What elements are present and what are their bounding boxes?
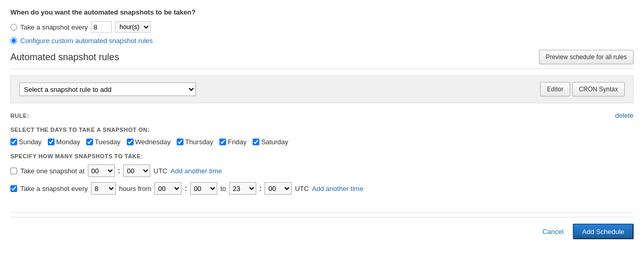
editor-button[interactable]: Editor — [540, 82, 570, 97]
day-monday: Monday — [48, 138, 80, 146]
time-row1-checkbox[interactable] — [10, 168, 17, 174]
time-row2-hours-from: hours from — [119, 185, 151, 193]
day-thursday: Thursday — [177, 138, 213, 146]
main-container: When do you want the automated snapshots… — [0, 0, 644, 252]
day-saturday: Saturday — [253, 138, 288, 146]
day-wednesday: Wednesday — [127, 138, 170, 146]
radio-row-1: Take a snapshot every 8 hour(s) — [10, 21, 634, 33]
time-row1-label: Take one snapshot at — [20, 167, 85, 175]
rule-label: RULE: — [10, 113, 29, 119]
section-title: Automated snapshot rules — [10, 52, 119, 63]
time-row2-checkbox[interactable] — [10, 185, 17, 192]
days-row: Sunday Monday Tuesday Wednesday Thursday… — [10, 138, 634, 146]
checkbox-wednesday[interactable] — [127, 139, 134, 145]
preview-schedule-button[interactable]: Preview schedule for all rules — [539, 50, 634, 64]
checkbox-sunday[interactable] — [10, 139, 17, 145]
checkbox-monday[interactable] — [48, 139, 55, 145]
day-friday: Friday — [219, 138, 246, 146]
footer-row: Cancel Add Schedule — [10, 217, 634, 243]
time-row2-interval[interactable]: 8 — [91, 182, 116, 195]
radio-row-2: Configure custom automated snapshot rule… — [10, 37, 634, 45]
custom-rules-link[interactable]: Configure custom automated snapshot rule… — [20, 37, 153, 45]
time-row1-utc: UTC — [153, 167, 167, 175]
snapshot-interval-input[interactable]: 8 — [91, 21, 112, 33]
cron-syntax-button[interactable]: CRON Syntax — [572, 82, 625, 97]
time-row2-to-hour[interactable]: 23 — [229, 182, 256, 195]
time-sep-3: : — [259, 184, 262, 193]
checkbox-tuesday[interactable] — [86, 139, 93, 145]
radio-custom[interactable] — [10, 37, 17, 44]
toolbar-left: Select a snapshot rule to add — [19, 83, 196, 96]
time-sep-1: : — [118, 167, 121, 175]
delete-link[interactable]: delete — [615, 112, 634, 119]
time-row1-minute[interactable]: 00 — [123, 164, 150, 177]
footer-divider — [10, 212, 634, 213]
time-row2-to-minute[interactable]: 00 — [265, 182, 292, 195]
rule-area: RULE: delete SELECT THE DAYS TO TAKE A S… — [10, 103, 634, 208]
add-time-link-2[interactable]: Add another time — [312, 185, 363, 193]
radio-hourly[interactable] — [10, 24, 17, 31]
snapshots-section-label: SPECIFY HOW MANY SNAPSHOTS TO TAKE: — [10, 153, 634, 159]
radio-hourly-label: Take a snapshot every — [20, 23, 88, 31]
add-schedule-button[interactable]: Add Schedule — [573, 224, 634, 239]
day-sunday: Sunday — [10, 138, 42, 146]
rule-line: RULE: delete — [10, 112, 634, 119]
time-row2-utc: UTC — [295, 185, 309, 193]
add-time-link-1[interactable]: Add another time — [170, 167, 222, 175]
time-row2-to-label: to — [220, 185, 226, 193]
time-row2-from-hour[interactable]: 00 — [154, 182, 181, 195]
checkbox-saturday[interactable] — [253, 139, 259, 145]
toolbar-btn-group: Editor CRON Syntax — [540, 82, 625, 97]
time-row2-from-minute[interactable]: 00 — [190, 182, 217, 195]
question-label: When do you want the automated snapshots… — [10, 8, 634, 16]
cancel-button[interactable]: Cancel — [537, 228, 569, 236]
snapshot-rule-select[interactable]: Select a snapshot rule to add — [19, 83, 196, 96]
time-row1-hour[interactable]: 00 — [88, 164, 115, 177]
snapshot-unit-dropdown[interactable]: hour(s) — [115, 21, 151, 33]
time-row-1: Take one snapshot at 00 : 00 UTC Add ano… — [10, 164, 634, 177]
time-row-2: Take a snapshot every 8 hours from 00 : … — [10, 182, 634, 195]
checkbox-friday[interactable] — [219, 139, 226, 145]
toolbar-area: Select a snapshot rule to add Editor CRO… — [10, 75, 634, 103]
days-section-label: SELECT THE DAYS TO TAKE A SNAPSHOT ON: — [10, 127, 634, 133]
time-sep-2: : — [185, 184, 187, 193]
time-row2-label: Take a snapshot every — [20, 185, 88, 193]
section-header-row: Automated snapshot rules Preview schedul… — [10, 50, 634, 69]
checkbox-thursday[interactable] — [177, 139, 183, 145]
day-tuesday: Tuesday — [86, 138, 120, 146]
